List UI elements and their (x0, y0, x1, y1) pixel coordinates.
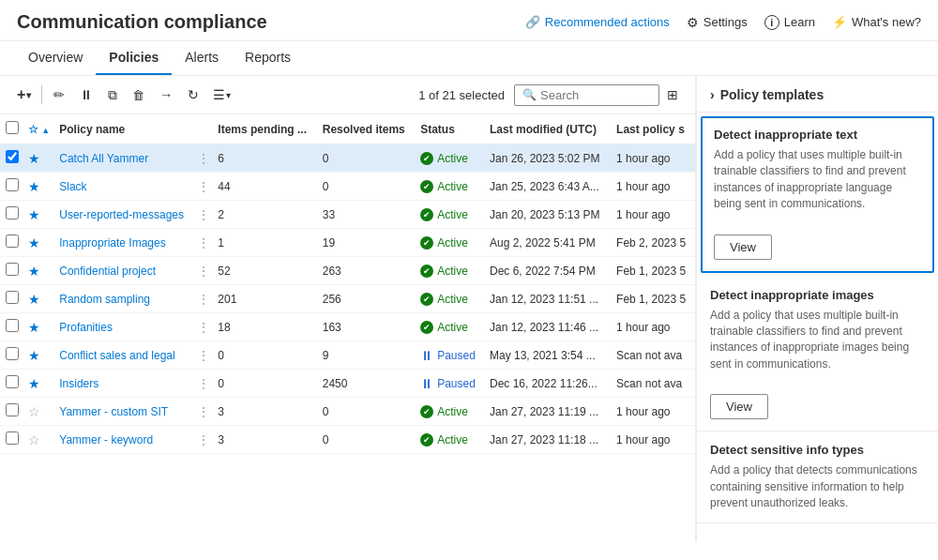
row-last-modified-cell: Jan 27, 2023 11:18 ... (484, 426, 611, 454)
row-status-cell: ✔ Active (415, 173, 484, 201)
row-context-menu-icon[interactable]: ⋮ (197, 264, 210, 279)
row-last-modified-cell: Jan 12, 2023 11:46 ... (484, 313, 611, 341)
header: Communication compliance 🔗 Recommended a… (0, 0, 938, 41)
panel-title: Policy templates (720, 87, 825, 102)
favorite-star-icon[interactable]: ★ (28, 264, 40, 279)
table-row: ☆ Yammer - keyword ⋮ 3 0 ✔ Active Jan 27… (0, 426, 695, 454)
star-sort-icon[interactable]: ☆ (28, 123, 38, 136)
select-all-checkbox[interactable] (6, 121, 19, 134)
row-context-menu-icon[interactable]: ⋮ (197, 320, 210, 335)
copy-button[interactable]: ⧉ (101, 83, 124, 108)
policy-name-link[interactable]: Slack (59, 180, 86, 193)
recommended-actions-btn[interactable]: 🔗 Recommended actions (525, 15, 670, 29)
row-checkbox[interactable] (6, 347, 19, 360)
template-view-button[interactable]: View (714, 235, 772, 260)
favorite-star-icon[interactable]: ★ (28, 179, 40, 194)
row-status-cell: ⏸ Paused (415, 341, 484, 370)
policy-name-link[interactable]: Yammer - keyword (59, 433, 153, 446)
policy-name-link[interactable]: Confidential project (59, 265, 156, 278)
row-checkbox[interactable] (6, 150, 19, 163)
policy-name-link[interactable]: Yammer - custom SIT (59, 405, 168, 418)
favorite-star-icon[interactable]: ★ (28, 292, 40, 307)
learn-btn[interactable]: i Learn (764, 15, 815, 30)
tab-alerts[interactable]: Alerts (172, 41, 232, 75)
favorite-star-icon[interactable]: ★ (28, 151, 40, 166)
move-button[interactable]: → (153, 83, 179, 107)
row-dots-cell: ⋮ (195, 285, 212, 313)
row-resolved-items-cell: 0 (317, 173, 415, 201)
row-status-cell: ✔ Active (415, 313, 484, 341)
row-context-menu-icon[interactable]: ⋮ (197, 292, 210, 307)
row-checkbox[interactable] (6, 178, 19, 191)
search-input[interactable] (540, 88, 643, 102)
policy-name-link[interactable]: Catch All Yammer (59, 152, 148, 165)
row-items-pending-cell: 3 (212, 398, 316, 426)
delete-button[interactable]: 🗑 (126, 83, 151, 107)
row-context-menu-icon[interactable]: ⋮ (197, 432, 210, 447)
row-checkbox[interactable] (6, 319, 19, 332)
row-items-pending-cell: 3 (212, 426, 316, 454)
row-last-policy-cell: Feb 1, 2023 5 (611, 257, 695, 285)
row-context-menu-icon[interactable]: ⋮ (197, 235, 210, 250)
row-checkbox[interactable] (6, 235, 19, 248)
template-view-button[interactable]: View (710, 394, 768, 419)
row-context-menu-icon[interactable]: ⋮ (197, 207, 210, 222)
panel-chevron-icon[interactable]: › (710, 87, 715, 102)
refresh-button[interactable]: ↻ (181, 83, 205, 107)
search-box[interactable]: 🔍 (514, 84, 659, 106)
row-checkbox[interactable] (6, 431, 19, 445)
row-star-cell: ★ (24, 144, 53, 173)
row-checkbox[interactable] (6, 403, 19, 416)
col-header-policy-name[interactable]: Policy name (53, 114, 195, 144)
row-checkbox-cell (0, 426, 24, 454)
tab-reports[interactable]: Reports (232, 41, 304, 75)
add-button[interactable]: + ▾ (11, 82, 37, 108)
policy-name-link[interactable]: User-reported-messages (59, 208, 184, 221)
row-checkbox[interactable] (6, 206, 19, 219)
template-card-inappropriate-text: Detect inappropriate text Add a policy t… (701, 116, 934, 273)
row-dots-cell: ⋮ (195, 426, 212, 454)
search-icon: 🔍 (522, 88, 537, 101)
favorite-star-icon[interactable]: ★ (28, 207, 40, 222)
list-view-button[interactable]: ☰ ▾ (207, 83, 236, 107)
template-title: Detect inappropriate text (714, 128, 921, 142)
row-policy-name-cell: Insiders (53, 370, 195, 398)
selected-info: 1 of 21 selected (418, 88, 505, 102)
pause-button[interactable]: ⏸ (73, 83, 99, 107)
row-dots-cell: ⋮ (195, 370, 212, 398)
row-star-cell: ☆ (24, 398, 53, 426)
row-checkbox-cell (0, 229, 24, 257)
policy-name-link[interactable]: Insiders (59, 377, 98, 390)
row-checkbox[interactable] (6, 375, 19, 388)
favorite-star-icon[interactable]: ★ (28, 320, 40, 335)
row-context-menu-icon[interactable]: ⋮ (197, 348, 210, 363)
table-row: ★ Slack ⋮ 44 0 ✔ Active Jan 25, 2023 6:4… (0, 173, 695, 201)
favorite-star-icon[interactable]: ★ (28, 348, 40, 363)
row-context-menu-icon[interactable]: ⋮ (197, 404, 210, 419)
tab-policies[interactable]: Policies (96, 41, 172, 75)
row-policy-name-cell: Yammer - keyword (53, 426, 195, 454)
row-context-menu-icon[interactable]: ⋮ (197, 179, 210, 194)
tab-overview[interactable]: Overview (15, 41, 96, 75)
favorite-star-icon[interactable]: ★ (28, 376, 40, 391)
column-settings-button[interactable]: ⊞ (661, 83, 684, 106)
policy-name-link[interactable]: Random sampling (59, 293, 150, 306)
favorite-star-icon[interactable]: ☆ (28, 432, 40, 447)
status-badge: ✔ Active (420, 405, 478, 418)
policy-name-link[interactable]: Conflict sales and legal (59, 349, 174, 362)
row-checkbox[interactable] (6, 291, 19, 304)
row-context-menu-icon[interactable]: ⋮ (197, 151, 210, 166)
row-checkbox[interactable] (6, 263, 19, 276)
whatsnew-btn[interactable]: ⚡ What's new? (832, 15, 921, 29)
favorite-star-icon[interactable]: ☆ (28, 404, 40, 419)
settings-btn[interactable]: ⚙ Settings (687, 15, 748, 30)
policy-name-link[interactable]: Inappropriate Images (59, 236, 165, 250)
favorite-star-icon[interactable]: ★ (28, 235, 40, 250)
col-header-last-modified: Last modified (UTC) (484, 114, 611, 144)
list-icon: ☰ (213, 87, 225, 102)
row-last-modified-cell: Jan 25, 2023 6:43 A... (484, 173, 611, 201)
edit-button[interactable]: ✏ (47, 83, 71, 107)
policy-name-link[interactable]: Profanities (59, 321, 113, 334)
row-context-menu-icon[interactable]: ⋮ (197, 376, 210, 391)
template-title: Detect sensitive info types (710, 443, 925, 457)
